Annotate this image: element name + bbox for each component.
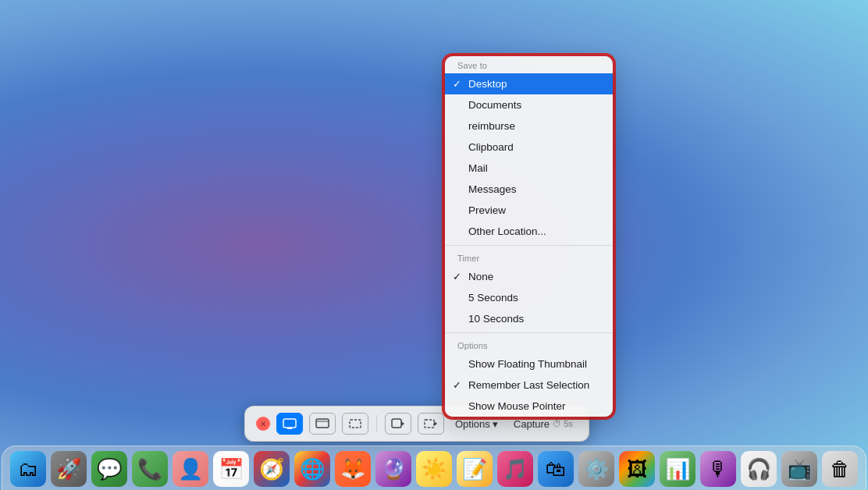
options-menu: Save to ✓ Desktop Documents reimburse Cl… [445,56,613,417]
dock-icon-trash[interactable]: 🗑 [822,451,858,487]
dock-icon-brightness[interactable]: ☀️ [416,451,452,487]
dock-icon-notes[interactable]: 📝 [457,451,493,487]
menu-item-none[interactable]: ✓ None [445,266,613,287]
capture-screen-button[interactable] [276,413,303,435]
close-button[interactable]: ✕ [256,417,270,431]
options-section-label: Options [445,336,613,353]
menu-item-reimburse[interactable]: reimburse [445,115,613,137]
dock-icon-airplay[interactable]: 📺 [781,451,817,487]
menu-item-show-mouse-pointer[interactable]: Show Mouse Pointer [445,396,613,417]
record-screen-button[interactable] [385,413,411,435]
separator-1 [445,245,613,246]
dock-icon-activity[interactable]: 📊 [660,451,695,487]
menu-item-mail[interactable]: Mail [445,158,613,179]
checkmark-desktop: ✓ [453,78,461,90]
dock-icon-launchpad[interactable]: 🚀 [51,451,87,487]
menu-item-desktop[interactable]: ✓ Desktop [445,73,613,94]
dock: 🗂 🚀 💬 📞 👤 📅 🧭 🌐 🦊 🔮 ☀️ 📝 🎵 🛍 ⚙️ 🖼 📊 🎙 🎧 … [2,446,866,490]
dock-icon-finder[interactable]: 🗂 [10,451,46,487]
capture-window-button[interactable] [309,413,336,435]
capture-button[interactable]: Capture ⏱ 5s [509,415,578,433]
menu-item-10-seconds[interactable]: 10 Seconds [445,308,613,329]
dock-icon-firefox[interactable]: 🦊 [335,451,371,487]
dock-icon-siri[interactable]: 🔮 [375,451,411,487]
dock-icon-safari[interactable]: 🧭 [254,451,290,487]
svg-rect-2 [316,419,329,428]
record-selection-button[interactable] [418,413,444,435]
dock-icon-appstore[interactable]: 🛍 [538,451,574,487]
menu-item-remember-last-selection[interactable]: ✓ Remember Last Selection [445,375,613,396]
options-button[interactable]: Options ▾ [450,415,503,433]
checkmark-remember: ✓ [453,379,461,391]
dock-icon-photos[interactable]: 🖼 [619,451,655,487]
dock-icon-itunes[interactable]: 🎵 [497,451,533,487]
dock-icon-music[interactable]: 🎧 [741,451,777,487]
checkmark-none: ✓ [453,271,461,282]
svg-rect-0 [283,419,296,428]
menu-item-5-seconds[interactable]: 5 Seconds [445,287,613,308]
toolbar-divider [376,415,377,432]
svg-rect-4 [350,420,361,428]
dock-icon-facetime[interactable]: 📞 [132,451,168,487]
menu-item-documents[interactable]: Documents [445,94,613,115]
chevron-down-icon: ▾ [493,418,498,430]
menu-item-other-location[interactable]: Other Location... [445,221,613,242]
separator-2 [445,332,613,333]
timer-label: Timer [445,249,613,266]
dock-icon-chrome[interactable]: 🌐 [294,451,330,487]
svg-marker-8 [434,421,437,426]
menu-item-show-floating-thumbnail[interactable]: Show Floating Thumbnail [445,353,613,375]
menu-item-messages[interactable]: Messages [445,179,613,200]
svg-rect-7 [425,420,434,428]
menu-item-preview[interactable]: Preview [445,200,613,221]
dock-icon-calendar[interactable]: 📅 [213,451,249,487]
dock-icon-messages[interactable]: 💬 [91,451,127,487]
dock-icon-contacts[interactable]: 👤 [173,451,208,487]
svg-marker-6 [401,421,404,426]
dock-icon-settings[interactable]: ⚙️ [578,451,614,487]
svg-rect-1 [287,428,292,429]
menu-item-clipboard[interactable]: Clipboard [445,137,613,158]
dock-icon-podcasts[interactable]: 🎙 [700,451,736,487]
save-to-label: Save to [445,56,613,73]
svg-rect-5 [392,419,401,428]
capture-selection-button[interactable] [342,413,368,435]
